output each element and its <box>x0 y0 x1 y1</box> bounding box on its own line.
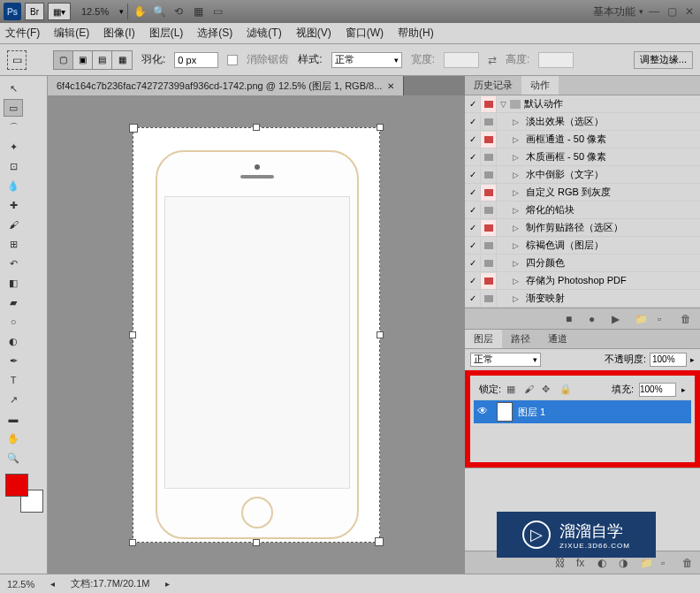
status-zoom[interactable]: 12.5% <box>7 579 34 589</box>
maximize-icon[interactable]: ▢ <box>665 5 679 18</box>
menu-select[interactable]: 选择(S) <box>197 26 232 41</box>
color-swatch[interactable] <box>5 474 43 513</box>
stamp-tool[interactable]: ⊞ <box>4 235 23 253</box>
fill-input[interactable] <box>639 383 676 397</box>
layer-row[interactable]: 👁 图层 1 <box>474 400 691 423</box>
action-folder[interactable]: ✓ ▽ 默认动作 <box>465 95 700 113</box>
sel-new-icon[interactable]: ▢ <box>54 51 73 69</box>
status-arrow-left-icon[interactable]: ◂ <box>50 579 55 589</box>
fill-arrow-icon[interactable]: ▸ <box>681 385 686 394</box>
close-tab-icon[interactable]: ✕ <box>387 81 394 91</box>
minimize-icon[interactable]: — <box>647 5 661 18</box>
history-brush-tool[interactable]: ↶ <box>4 255 23 272</box>
adjustment-icon[interactable]: ◑ <box>619 557 631 569</box>
menu-filter[interactable]: 滤镜(T) <box>247 26 281 41</box>
new-folder-icon[interactable]: 📁 <box>635 313 647 325</box>
blend-mode-select[interactable]: 正常 <box>470 353 541 367</box>
eraser-tool[interactable]: ◧ <box>4 274 23 292</box>
marquee-tool[interactable]: ▭ <box>4 99 23 117</box>
fg-color[interactable] <box>5 474 28 497</box>
screen-icon[interactable]: ▭ <box>209 4 225 19</box>
lock-px-icon[interactable]: ▦ <box>506 384 519 396</box>
menu-help[interactable]: 帮助(H) <box>398 26 434 41</box>
action-item[interactable]: ✓▷淡出效果（选区） <box>465 113 700 131</box>
pen-tool[interactable]: ✒ <box>4 352 23 369</box>
history-tab[interactable]: 历史记录 <box>465 76 521 95</box>
action-item[interactable]: ✓▷渐变映射 <box>465 290 700 308</box>
lasso-tool[interactable]: ⌒ <box>4 118 23 136</box>
sel-int-icon[interactable]: ▦ <box>112 51 132 69</box>
status-arrow-right-icon[interactable]: ▸ <box>165 579 170 589</box>
paths-tab[interactable]: 路径 <box>502 330 539 348</box>
layer-thumbnail[interactable] <box>497 402 513 422</box>
action-item[interactable]: ✓▷木质画框 - 50 像素 <box>465 148 700 166</box>
zoom-display[interactable]: 12.5% <box>74 6 116 17</box>
action-item[interactable]: ✓▷画框通道 - 50 像素 <box>465 131 700 148</box>
marquee-tool-icon[interactable]: ▭ <box>7 50 27 70</box>
link-icon[interactable]: ⛓ <box>555 557 567 569</box>
action-item[interactable]: ✓▷存储为 Photoshop PDF <box>465 272 700 290</box>
opacity-arrow-icon[interactable]: ▸ <box>690 355 695 364</box>
sel-add-icon[interactable]: ▣ <box>73 51 93 69</box>
move-tool[interactable]: ↖ <box>4 80 23 97</box>
lock-brush-icon[interactable]: 🖌 <box>524 384 536 396</box>
action-item[interactable]: ✓▷四分颜色 <box>465 255 700 272</box>
lock-all-icon[interactable]: 🔒 <box>559 384 572 396</box>
healing-tool[interactable]: ✚ <box>4 196 23 214</box>
sel-sub-icon[interactable]: ▤ <box>93 51 112 69</box>
menu-layer[interactable]: 图层(L) <box>149 26 184 41</box>
type-tool[interactable]: T <box>4 371 23 389</box>
rotate-icon[interactable]: ⟲ <box>171 4 186 19</box>
feather-input[interactable] <box>174 52 218 68</box>
zoom-tool[interactable]: 🔍 <box>4 449 23 467</box>
dodge-tool[interactable]: ◐ <box>4 332 23 350</box>
workspace-dropdown-icon[interactable]: ▾ <box>639 7 643 16</box>
workspace-label[interactable]: 基本功能 <box>593 4 635 19</box>
layer-name[interactable]: 图层 1 <box>518 406 545 419</box>
delete-icon[interactable]: 🗑 <box>682 557 695 569</box>
record-icon[interactable]: ● <box>589 313 601 325</box>
action-item[interactable]: ✓▷自定义 RGB 到灰度 <box>465 184 700 201</box>
visibility-icon[interactable]: 👁 <box>477 405 491 419</box>
mask-icon[interactable]: ◐ <box>597 557 610 569</box>
document-tab[interactable]: 6f4c164c7b236fac742727399af936cd-1742.pn… <box>48 76 404 95</box>
menu-edit[interactable]: 编辑(E) <box>54 26 89 41</box>
menu-file[interactable]: 文件(F) <box>5 26 40 41</box>
brush-tool[interactable]: 🖌 <box>4 216 23 233</box>
hand-tool[interactable]: ✋ <box>4 430 23 447</box>
new-action-icon[interactable]: ▫ <box>658 313 670 325</box>
fx-icon[interactable]: fx <box>576 557 589 569</box>
actions-tab[interactable]: 动作 <box>521 76 559 95</box>
path-tool[interactable]: ↗ <box>4 391 23 408</box>
mb-button[interactable]: ▦▾ <box>48 3 71 20</box>
selection-mode-group[interactable]: ▢ ▣ ▤ ▦ <box>53 50 133 70</box>
menu-window[interactable]: 窗口(W) <box>346 26 384 41</box>
action-item[interactable]: ✓▷制作剪贴路径（选区） <box>465 219 700 237</box>
wand-tool[interactable]: ✦ <box>4 138 23 156</box>
arrange-icon[interactable]: ▦ <box>190 4 206 19</box>
action-item[interactable]: ✓▷水中倒影（文字） <box>465 166 700 184</box>
zoom-icon[interactable]: 🔍 <box>151 4 167 19</box>
gradient-tool[interactable]: ▰ <box>4 293 23 311</box>
antialias-checkbox[interactable] <box>227 55 238 65</box>
menu-view[interactable]: 视图(V) <box>296 26 331 41</box>
opacity-input[interactable] <box>650 353 687 367</box>
hand-icon[interactable]: ✋ <box>132 4 148 19</box>
menu-image[interactable]: 图像(I) <box>103 26 134 41</box>
blur-tool[interactable]: ○ <box>4 313 23 331</box>
trash-icon[interactable]: 🗑 <box>681 313 693 325</box>
canvas[interactable] <box>48 95 465 574</box>
channels-tab[interactable]: 通道 <box>539 330 576 348</box>
close-icon[interactable]: ✕ <box>682 5 696 18</box>
action-item[interactable]: ✓▷熔化的铅块 <box>465 201 700 219</box>
shape-tool[interactable]: ▬ <box>4 410 23 428</box>
refine-edge-button[interactable]: 调整边缘... <box>634 51 693 69</box>
style-select[interactable]: 正常 <box>331 52 402 68</box>
new-layer-icon[interactable]: ▫ <box>661 557 673 569</box>
crop-tool[interactable]: ⊡ <box>4 157 23 175</box>
play-icon[interactable]: ▶ <box>612 313 624 325</box>
zoom-dropdown-icon[interactable]: ▾ <box>119 7 124 16</box>
br-button[interactable]: Br <box>25 3 44 20</box>
status-docinfo[interactable]: 文档:17.7M/20.1M <box>71 577 149 590</box>
action-item[interactable]: ✓▷棕褐色调（图层） <box>465 237 700 255</box>
